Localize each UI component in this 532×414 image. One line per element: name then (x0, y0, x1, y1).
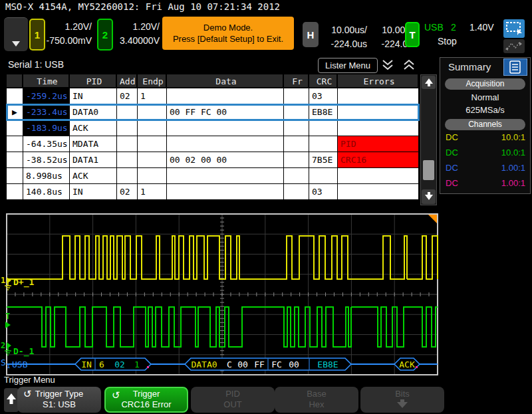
channel-coupling: DC (446, 148, 458, 157)
panel-menu-button[interactable] (503, 58, 527, 76)
decode-field: ACK (399, 360, 415, 369)
decode-field: FC (271, 360, 282, 369)
row-cursor-cell (7, 88, 23, 104)
lister-table: TimePIDAddrEndpDataFrCRCErrors-259.2usIN… (7, 74, 419, 200)
lister-menu-button[interactable]: Lister Menu (318, 58, 378, 73)
channel-2-scale: 1.20V/ (113, 20, 160, 34)
cell-pid: ACK (70, 168, 117, 184)
ground-icon (5, 348, 11, 355)
channel-2-button[interactable]: 2 (97, 19, 113, 51)
table-row[interactable]: 8.998usACK (7, 168, 419, 184)
row-cursor-cell (7, 184, 23, 200)
cell-data (167, 88, 284, 104)
column-header: Fr (284, 74, 309, 88)
decode-field: C (227, 360, 232, 369)
cell-time: 8.998us (23, 168, 70, 184)
demo-mode-banner: Demo Mode. Press [Default Setup] to Exit… (162, 17, 294, 50)
trigger-level: 1.40V (469, 22, 494, 33)
scroll-up-button[interactable] (422, 76, 436, 89)
cell-endp (138, 152, 167, 168)
lister-expand-button[interactable] (402, 58, 416, 72)
column-header: Data (167, 74, 284, 88)
column-header: Endp (138, 74, 167, 88)
table-row[interactable]: -64.35usMDATAPID (7, 136, 419, 152)
decode-field: 00 (289, 360, 299, 369)
chevron-down-icon (12, 41, 20, 47)
acquisition-mode: Normal (440, 92, 530, 102)
softkey-bits: Bits (360, 387, 444, 413)
trigger-source-channel: 2 (451, 22, 456, 33)
lister-collapse-button[interactable] (380, 58, 395, 72)
cell-addr (117, 136, 138, 152)
decode-field: 02 (114, 360, 125, 369)
cell-endp (138, 168, 167, 184)
horizontal-button[interactable]: H (303, 22, 319, 47)
table-row[interactable]: -183.9usACK (7, 120, 419, 136)
cell-endp: 1 (138, 184, 167, 200)
column-header: Addr (117, 74, 138, 88)
softkey-label: Bits (360, 389, 444, 399)
trigger-button[interactable]: T (405, 22, 420, 47)
trace-label-d-minus: D-_1 (13, 346, 34, 357)
region-select-button[interactable] (503, 19, 525, 38)
cell-crc (309, 120, 338, 136)
trigger-arrow-icon (5, 322, 11, 328)
cell-addr (117, 120, 138, 136)
trigger-level-marker[interactable]: T (5, 312, 10, 321)
cell-errors (338, 104, 419, 120)
scroll-down-button[interactable] (422, 189, 436, 204)
main-menu-button[interactable] (4, 17, 28, 51)
run-state: Stop (438, 36, 457, 47)
cell-errors: CRC16 (338, 152, 419, 168)
decode-field: EB8E (317, 360, 338, 369)
scrollbar-thumb[interactable] (423, 160, 434, 180)
decode-field: FF (254, 360, 265, 369)
cell-pid: IN (70, 88, 117, 104)
channel-summary-row: DC1.00:1 (446, 163, 525, 173)
table-row[interactable]: 140.8usIN02103 (7, 184, 419, 200)
cell-pid: DATA0 (70, 104, 117, 120)
serial-bus-marker[interactable]: S (1, 358, 6, 367)
arrow-down-icon (425, 195, 433, 200)
table-row[interactable]: -259.2usIN02103 (7, 88, 419, 104)
softkey-value: OUT (191, 399, 275, 410)
waveform-drag-button[interactable] (503, 39, 525, 53)
softkey-trigger[interactable]: ↺TriggerCRC16 Error (104, 387, 188, 413)
cell-data (167, 168, 284, 184)
channel-1-offset: -750.00mV (45, 34, 92, 48)
cell-addr (117, 152, 138, 168)
decode-field: 1 (134, 360, 140, 369)
cell-fr (284, 88, 309, 104)
lister-scrollbar[interactable] (420, 74, 437, 205)
double-chevron-down-icon (380, 58, 395, 72)
softkey-trigger-type[interactable]: ↺Trigger TypeS1: USB (17, 387, 101, 413)
channel-1-ground-marker[interactable]: 1 (1, 276, 5, 285)
channel-summary-row: DC10.0:1 (446, 132, 525, 142)
tab-summary[interactable]: Summary (448, 61, 491, 72)
cell-time: -183.9us (23, 120, 70, 136)
channel-1-scale: 1.20V/ (45, 20, 92, 34)
channel-probe-ratio: 10.0:1 (501, 132, 525, 142)
channel-2-ground-marker[interactable]: 2 (1, 341, 5, 350)
arrow-down-icon (360, 399, 444, 410)
row-cursor-cell (7, 120, 23, 136)
channel-1-button[interactable]: 1 (29, 19, 45, 51)
decode-marker-dot (147, 366, 149, 368)
menu-back-button[interactable] (4, 388, 19, 412)
cell-crc: 03 (309, 184, 338, 200)
channels-header: Channels (445, 119, 525, 130)
cell-crc (309, 168, 338, 184)
rotary-knob-icon: ↺ (23, 389, 32, 399)
channel-2-readout: 1.20V/ 3.40000V (113, 20, 160, 48)
channel-coupling: DC (446, 132, 458, 142)
channel-coupling: DC (446, 178, 458, 188)
cell-pid: ACK (70, 120, 117, 136)
cell-data (167, 184, 284, 200)
menu-title: Trigger Menu (4, 375, 55, 385)
trigger-readout: USB 2 1.40V Stop (424, 22, 501, 33)
table-row[interactable]: ▶-233.4usDATA000 FF FC 00EB8E (7, 104, 419, 120)
table-row[interactable]: -38.52usDATA100 02 00 007B5ECRC16 (7, 152, 419, 168)
cell-fr (284, 120, 309, 136)
cell-pid: DATA1 (70, 152, 117, 168)
cell-errors (338, 184, 419, 200)
